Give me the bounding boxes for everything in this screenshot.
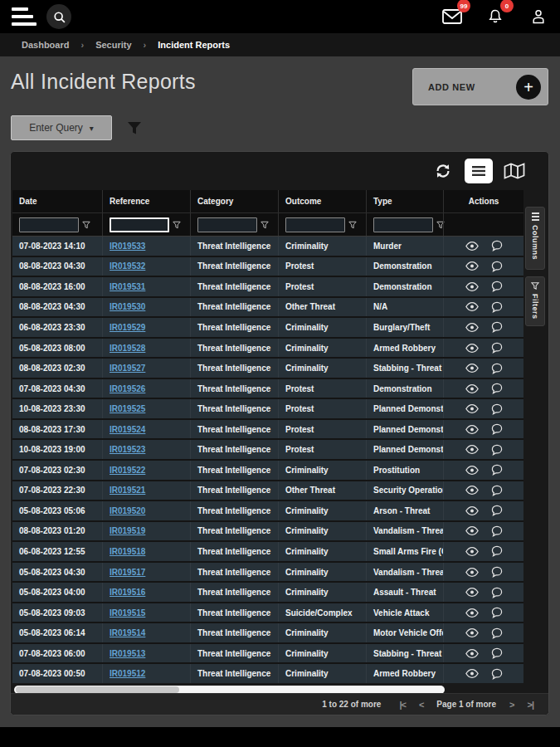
comment-bubble-icon[interactable]	[491, 647, 503, 659]
view-eye-icon[interactable]	[465, 383, 480, 394]
filter-input-date[interactable]	[19, 217, 79, 232]
notifications-button[interactable]: 0	[485, 7, 505, 27]
comment-bubble-icon[interactable]	[491, 505, 503, 516]
view-eye-icon[interactable]	[465, 403, 480, 414]
search-button[interactable]	[46, 4, 71, 29]
view-eye-icon[interactable]	[465, 424, 480, 435]
reference-link[interactable]: IR019518	[110, 547, 145, 556]
reference-link[interactable]: IR019515	[110, 608, 145, 618]
map-view-button[interactable]	[500, 159, 528, 183]
view-eye-icon[interactable]	[465, 465, 480, 476]
next-page-icon[interactable]: >	[509, 700, 514, 710]
view-eye-icon[interactable]	[465, 627, 480, 638]
reference-link[interactable]: IR019528	[110, 344, 145, 353]
refresh-button[interactable]	[429, 159, 457, 183]
comment-bubble-icon[interactable]	[491, 403, 503, 415]
filter-input-category[interactable]	[197, 217, 257, 232]
column-header-type[interactable]: Type	[366, 190, 443, 212]
reference-link[interactable]: IR019529	[110, 323, 145, 332]
enter-query-button[interactable]: Enter Query ▾	[11, 115, 112, 140]
filter-dropdown-icon[interactable]	[348, 221, 357, 229]
reference-link[interactable]: IR019532	[110, 261, 145, 271]
first-page-icon[interactable]: |<	[399, 700, 406, 710]
comment-bubble-icon[interactable]	[491, 627, 503, 639]
comment-bubble-icon[interactable]	[491, 240, 503, 251]
account-button[interactable]	[528, 7, 548, 27]
filter-dropdown-icon[interactable]	[261, 221, 269, 229]
reference-link[interactable]: IR019514	[110, 628, 145, 637]
filter-input-reference[interactable]	[110, 217, 169, 232]
view-eye-icon[interactable]	[465, 363, 480, 374]
menu-icon[interactable]	[12, 7, 37, 26]
reference-link[interactable]: IR019522	[110, 466, 145, 475]
tab-columns[interactable]: Columns	[525, 207, 545, 270]
view-eye-icon[interactable]	[465, 261, 480, 271]
view-eye-icon[interactable]	[465, 343, 480, 354]
column-header-date[interactable]: Date	[12, 190, 102, 212]
view-eye-icon[interactable]	[465, 322, 480, 333]
comment-bubble-icon[interactable]	[491, 566, 503, 578]
filter-input-outcome[interactable]	[285, 217, 345, 232]
comment-bubble-icon[interactable]	[491, 668, 503, 680]
reference-link[interactable]: IR019516	[110, 588, 145, 597]
filter-funnel-icon[interactable]	[127, 121, 142, 135]
view-eye-icon[interactable]	[465, 668, 480, 679]
view-eye-icon[interactable]	[465, 444, 480, 455]
reference-link[interactable]: IR019512	[110, 669, 145, 678]
view-eye-icon[interactable]	[465, 648, 480, 659]
view-eye-icon[interactable]	[465, 546, 480, 557]
view-eye-icon[interactable]	[465, 485, 480, 496]
comment-bubble-icon[interactable]	[491, 342, 503, 354]
breadcrumb-dashboard[interactable]: Dashboard	[22, 40, 69, 50]
reference-link[interactable]: IR019533	[110, 242, 145, 251]
reference-link[interactable]: IR019517	[110, 568, 145, 577]
view-eye-icon[interactable]	[465, 525, 480, 536]
comment-bubble-icon[interactable]	[491, 444, 503, 456]
reference-link[interactable]: IR019523	[110, 445, 145, 454]
view-eye-icon[interactable]	[465, 608, 480, 618]
filter-dropdown-icon[interactable]	[173, 221, 181, 229]
view-eye-icon[interactable]	[465, 567, 480, 578]
comment-bubble-icon[interactable]	[491, 281, 503, 292]
comment-bubble-icon[interactable]	[491, 383, 503, 394]
comment-bubble-icon[interactable]	[491, 607, 503, 618]
comment-bubble-icon[interactable]	[491, 545, 503, 557]
tab-filters[interactable]: Filters	[525, 276, 545, 326]
reference-link[interactable]: IR019513	[110, 649, 145, 658]
previous-page-icon[interactable]: <	[419, 700, 423, 710]
view-eye-icon[interactable]	[465, 505, 480, 516]
reference-link[interactable]: IR019525	[110, 404, 145, 413]
last-page-icon[interactable]: >|	[527, 700, 533, 710]
filter-input-type[interactable]	[373, 217, 433, 232]
breadcrumb-security[interactable]: Security	[95, 40, 131, 50]
filter-dropdown-icon[interactable]	[82, 221, 90, 229]
comment-bubble-icon[interactable]	[491, 321, 503, 333]
comment-bubble-icon[interactable]	[491, 525, 503, 537]
column-header-category[interactable]: Category	[190, 190, 278, 212]
comment-bubble-icon[interactable]	[491, 464, 503, 476]
comment-bubble-icon[interactable]	[491, 423, 503, 435]
comment-bubble-icon[interactable]	[491, 485, 503, 496]
comment-bubble-icon[interactable]	[491, 261, 503, 272]
reference-link[interactable]: IR019526	[110, 384, 145, 393]
reference-link[interactable]: IR019521	[110, 486, 145, 495]
comment-bubble-icon[interactable]	[491, 587, 503, 598]
reference-link[interactable]: IR019530	[110, 302, 145, 311]
reference-link[interactable]: IR019519	[110, 526, 145, 535]
reference-link[interactable]: IR019527	[110, 364, 145, 373]
scrollbar-thumb[interactable]	[16, 686, 179, 693]
column-header-reference[interactable]: Reference	[102, 190, 190, 212]
reference-link[interactable]: IR019520	[110, 506, 145, 515]
view-eye-icon[interactable]	[465, 241, 480, 251]
view-eye-icon[interactable]	[465, 301, 480, 312]
comment-bubble-icon[interactable]	[491, 301, 503, 313]
add-new-button[interactable]: ADD NEW +	[412, 68, 548, 105]
messages-button[interactable]: 99	[442, 7, 462, 27]
reference-link[interactable]: IR019531	[110, 282, 145, 291]
view-eye-icon[interactable]	[465, 281, 480, 292]
list-view-button[interactable]	[465, 159, 493, 183]
view-eye-icon[interactable]	[465, 587, 480, 598]
column-header-outcome[interactable]: Outcome	[278, 190, 366, 212]
reference-link[interactable]: IR019524	[110, 425, 145, 434]
comment-bubble-icon[interactable]	[491, 363, 503, 374]
